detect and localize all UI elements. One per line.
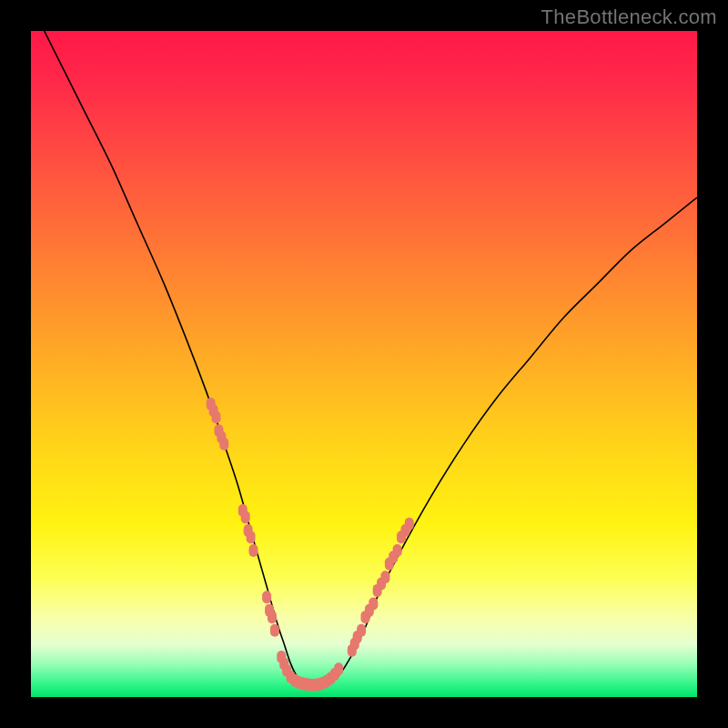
curve-marker [393,544,402,557]
curve-marker [369,598,378,611]
curve-marker [262,591,271,603]
curve-marker [405,518,414,531]
bottleneck-curve [45,31,697,684]
curve-marker [357,624,366,637]
chart-frame: TheBottleneck.com [0,0,728,728]
curve-marker [268,611,277,623]
curve-marker [212,411,221,424]
curve-marker [270,624,279,637]
marker-group [207,398,414,692]
curve-marker [334,662,343,675]
curve-marker [241,511,250,523]
plot-area [31,31,697,697]
curve-marker [380,571,389,583]
curve-marker [247,531,256,543]
curve-marker [248,544,258,557]
chart-svg [31,31,697,697]
curve-marker [219,438,228,450]
watermark-text: TheBottleneck.com [541,5,717,29]
